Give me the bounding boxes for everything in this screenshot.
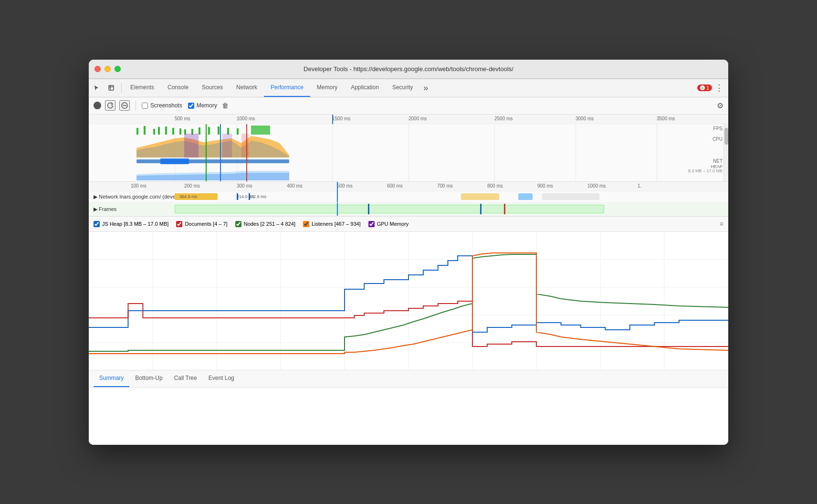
screenshots-checkbox[interactable] <box>142 103 148 109</box>
svg-rect-22 <box>241 134 249 158</box>
clear-button[interactable] <box>119 100 130 111</box>
listeners-legend: Listeners [467 – 934] <box>303 221 361 227</box>
svg-rect-24 <box>160 158 189 164</box>
tab-sources[interactable]: Sources <box>195 79 230 97</box>
documents-legend: Documents [4 – 7] <box>176 221 227 227</box>
cursor-icon[interactable] <box>91 82 103 94</box>
green-marker <box>206 124 207 181</box>
record-button[interactable] <box>94 102 101 109</box>
gpu-memory-legend: GPU Memory <box>368 221 409 227</box>
time-500ms: 500 ms <box>175 116 190 121</box>
svg-text:✕: ✕ <box>701 86 704 90</box>
titlebar: Developer Tools - https://developers.goo… <box>89 60 728 79</box>
time-2500ms: 2500 ms <box>494 116 513 121</box>
tab-bottom-up[interactable]: Bottom-Up <box>129 370 168 387</box>
frames-row: ▶ Frames <box>89 203 728 216</box>
tab-memory[interactable]: Memory <box>310 79 344 97</box>
frame-marker-1 <box>368 204 369 214</box>
bottom-content <box>89 388 728 445</box>
nodes-checkbox[interactable] <box>235 221 241 227</box>
tab-security[interactable]: Security <box>386 79 419 97</box>
bottom-tabs: Summary Bottom-Up Call Tree Event Log <box>89 370 728 388</box>
js-heap-checkbox[interactable] <box>94 221 100 227</box>
listeners-checkbox[interactable] <box>303 221 309 227</box>
memory-svg <box>89 232 728 370</box>
scrollbar-thumb[interactable] <box>724 128 728 145</box>
settings-icon[interactable]: ⚙ <box>717 101 723 110</box>
inspect-icon[interactable] <box>105 82 117 94</box>
tab-call-tree[interactable]: Call Tree <box>168 370 203 387</box>
performance-toolbar: Screenshots Memory 🗑 ⚙ <box>89 97 728 115</box>
tab-summary[interactable]: Summary <box>94 370 129 387</box>
tab-bar: Elements Console Sources Network Perform… <box>89 79 728 97</box>
svg-rect-0 <box>109 85 114 90</box>
tab-network[interactable]: Network <box>230 79 264 97</box>
timeline-lower-section: 100 ms 200 ms 300 ms 400 ms 500 ms 600 m… <box>89 182 728 217</box>
timeline-upper: 500 ms 1000 ms 1500 ms 2000 ms 2500 ms 3… <box>89 115 728 182</box>
frame-marker-2 <box>480 204 482 214</box>
documents-checkbox[interactable] <box>176 221 182 227</box>
frames-area <box>175 205 604 213</box>
tab-console[interactable]: Console <box>161 79 195 97</box>
time-2000ms: 2000 ms <box>408 116 427 121</box>
network-bar-5 <box>518 193 533 200</box>
window-title: Developer Tools - https://developers.goo… <box>304 65 513 73</box>
tab-elements[interactable]: Elements <box>124 79 161 97</box>
minimize-button[interactable] <box>105 66 111 72</box>
js-heap-legend: JS Heap [8.3 MB – 17.0 MB] <box>94 221 168 227</box>
tab-application[interactable]: Application <box>344 79 386 97</box>
menu-icon[interactable]: ⋮ <box>712 83 726 93</box>
svg-rect-23 <box>136 159 289 163</box>
timing-1: 364.9 ms <box>179 194 197 199</box>
time-1000ms: 1000 ms <box>237 116 255 121</box>
screenshots-checkbox-label[interactable]: Screenshots <box>142 102 182 109</box>
error-badge: ✕ 1 <box>697 84 712 91</box>
divider <box>121 83 122 93</box>
red-marker <box>246 124 247 181</box>
time-scale-lower: 100 ms 200 ms 300 ms 400 ms 500 ms 600 m… <box>89 182 728 191</box>
blue-marker <box>220 124 221 181</box>
fps-label: FPS <box>713 126 723 131</box>
time-1500ms: 1500 ms <box>332 116 350 121</box>
scrollbar[interactable] <box>723 124 728 181</box>
fps-chart <box>89 124 728 135</box>
memory-checkbox-label[interactable]: Memory <box>188 102 217 109</box>
network-row: ▶ Network lnars.google.com/ (developers.… <box>89 191 728 203</box>
svg-rect-21 <box>222 134 232 158</box>
memory-graph <box>89 232 728 370</box>
toolbar-icons <box>91 82 117 94</box>
gpu-memory-checkbox[interactable] <box>368 221 375 227</box>
more-tabs-icon[interactable]: » <box>419 83 432 93</box>
svg-rect-20 <box>184 134 199 158</box>
divider <box>136 101 136 110</box>
time-scale-top: 500 ms 1000 ms 1500 ms 2000 ms 2500 ms 3… <box>89 115 728 124</box>
frames-label: ▶ Frames <box>89 206 116 212</box>
maximize-button[interactable] <box>115 66 121 72</box>
frames-blue-marker <box>337 203 338 216</box>
network-bar-6 <box>542 193 599 200</box>
mini-charts: FPS CPU NET HEAP 8.3 MB – 17.0 MB <box>89 124 728 181</box>
reload-record-button[interactable] <box>105 100 115 111</box>
devtools-window: Developer Tools - https://developers.goo… <box>89 60 728 445</box>
tab-performance[interactable]: Performance <box>264 79 310 97</box>
network-bar-4 <box>461 193 499 200</box>
legend-menu-icon[interactable]: ≡ <box>720 220 723 228</box>
heap-range: 8.3 MB – 17.0 MB <box>688 168 723 173</box>
net-chart <box>89 158 728 166</box>
tab-event-log[interactable]: Event Log <box>203 370 240 387</box>
close-button[interactable] <box>94 66 101 72</box>
memory-checkbox[interactable] <box>188 103 194 109</box>
lower-blue-marker <box>337 191 338 202</box>
error-icon: ✕ <box>700 85 705 90</box>
heap-chart <box>89 167 728 180</box>
time-3000ms: 3000 ms <box>576 116 594 121</box>
timing-3: 222.9 ms <box>249 194 266 199</box>
memory-legend: JS Heap [8.3 MB – 17.0 MB] Documents [4 … <box>89 217 728 232</box>
delete-button[interactable]: 🗑 <box>222 102 229 109</box>
lower-blue-marker-top <box>337 182 338 191</box>
upper-blue-marker <box>332 115 333 124</box>
net-label: NET <box>713 158 723 164</box>
traffic-lights <box>94 66 121 72</box>
nodes-legend: Nodes [2 251 – 4 824] <box>235 221 295 227</box>
cpu-chart <box>89 134 728 158</box>
